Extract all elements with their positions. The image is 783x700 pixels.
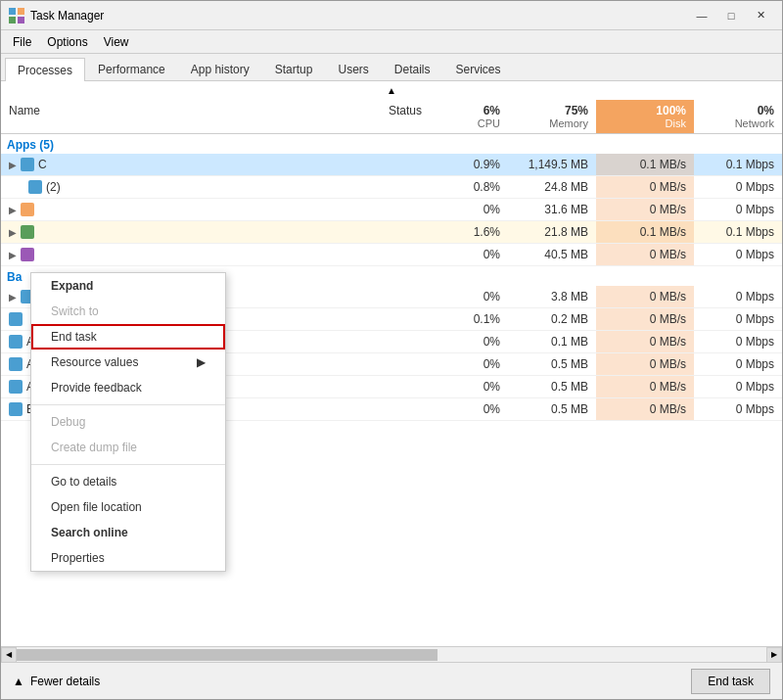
process-memory-cell: 0.1 MB: [508, 331, 596, 352]
title-bar: Task Manager — □ ✕: [1, 1, 782, 30]
table-row[interactable]: (2) 0.8% 24.8 MB 0 MB/s 0 Mbps: [1, 176, 782, 199]
process-cpu-cell: 0%: [430, 331, 508, 352]
process-network-cell: 0 Mbps: [694, 376, 782, 397]
minimize-button[interactable]: —: [688, 6, 715, 25]
ctx-properties[interactable]: Properties: [31, 545, 225, 571]
tab-app-history[interactable]: App history: [178, 57, 262, 80]
scroll-track[interactable]: [17, 647, 766, 662]
menu-bar: File Options View: [1, 30, 782, 54]
process-icon: [21, 158, 34, 171]
scroll-left-button[interactable]: ◀: [1, 647, 17, 663]
expand-icon[interactable]: ▶: [9, 227, 17, 238]
ctx-debug: Debug: [31, 409, 225, 435]
scroll-right-button[interactable]: ▶: [766, 647, 782, 663]
process-disk-cell: 0 MB/s: [596, 331, 694, 352]
process-cpu-cell: 0%: [430, 286, 508, 307]
app-icon: [9, 8, 24, 23]
expand-icon[interactable]: ▶: [9, 160, 17, 170]
process-name-cell: ▶: [1, 244, 342, 265]
svg-rect-2: [9, 17, 16, 23]
fewer-details-arrow: ▲: [13, 675, 24, 688]
ctx-separator-2: [31, 464, 225, 465]
close-button[interactable]: ✕: [747, 6, 774, 25]
submenu-arrow: ▶: [197, 355, 206, 369]
collapse-bar: ▲: [1, 81, 782, 100]
process-status-cell: [342, 376, 430, 397]
process-status-cell: [342, 308, 430, 330]
table-row[interactable]: ▶ 0% 40.5 MB 0 MB/s 0 Mbps: [1, 244, 782, 266]
process-cpu-cell: 1.6%: [430, 221, 508, 243]
process-icon: [21, 203, 34, 216]
scroll-thumb[interactable]: [17, 649, 438, 661]
process-name-cell: (2): [1, 176, 342, 198]
process-network-cell: 0 Mbps: [694, 199, 782, 220]
process-name-cell: ▶: [1, 221, 342, 243]
process-memory-cell: 0.5 MB: [508, 376, 596, 397]
process-icon: [9, 357, 23, 371]
column-headers: Name Status 6% CPU 75% Memory 100% Disk …: [1, 100, 782, 134]
ctx-resource-values[interactable]: Resource values ▶: [31, 350, 225, 375]
table-row[interactable]: ▶ C 0.9% 1,149.5 MB 0.1 MB/s 0.1 Mbps: [1, 154, 782, 176]
menu-file[interactable]: File: [5, 33, 39, 51]
collapse-arrow[interactable]: ▲: [387, 85, 396, 96]
process-status-cell: [342, 221, 430, 243]
svg-rect-3: [18, 17, 24, 23]
ctx-go-to-details[interactable]: Go to details: [31, 469, 225, 494]
process-network-cell: 0.1 Mbps: [694, 221, 782, 243]
expand-icon[interactable]: ▶: [9, 292, 17, 303]
fewer-details-label: Fewer details: [30, 675, 100, 688]
process-cpu-cell: 0%: [430, 244, 508, 265]
fewer-details-button[interactable]: ▲ Fewer details: [13, 675, 100, 688]
ctx-separator-1: [31, 404, 225, 405]
process-name-cell: ▶: [1, 199, 342, 220]
expand-icon[interactable]: ▶: [9, 250, 17, 260]
menu-options[interactable]: Options: [39, 33, 95, 51]
process-status-cell: [342, 286, 430, 307]
tab-details[interactable]: Details: [382, 57, 443, 80]
process-network-cell: 0 Mbps: [694, 308, 782, 330]
process-status-cell: [342, 199, 430, 220]
process-status-cell: [342, 176, 430, 198]
process-cpu-cell: 0%: [430, 376, 508, 397]
tab-performance[interactable]: Performance: [85, 57, 178, 80]
col-header-disk[interactable]: 100% Disk: [596, 100, 694, 133]
process-icon: [21, 248, 34, 261]
process-network-cell: 0 Mbps: [694, 286, 782, 307]
maximize-button[interactable]: □: [717, 6, 745, 25]
process-disk-cell: 0 MB/s: [596, 308, 694, 330]
menu-view[interactable]: View: [96, 33, 137, 51]
col-header-network[interactable]: 0% Network: [694, 100, 782, 133]
tab-processes[interactable]: Processes: [5, 58, 85, 81]
ctx-provide-feedback[interactable]: Provide feedback: [31, 375, 225, 400]
process-memory-cell: 1,149.5 MB: [508, 154, 596, 175]
col-header-memory[interactable]: 75% Memory: [508, 100, 596, 133]
ctx-switch-to: Switch to: [31, 299, 225, 324]
col-header-cpu[interactable]: 6% CPU: [430, 100, 508, 133]
table-row[interactable]: ▶ 0% 31.6 MB 0 MB/s 0 Mbps: [1, 199, 782, 221]
ctx-open-file-location[interactable]: Open file location: [31, 494, 225, 520]
col-header-status[interactable]: Status: [342, 100, 430, 133]
process-cpu-cell: 0.1%: [430, 308, 508, 330]
ctx-expand[interactable]: Expand: [31, 273, 225, 299]
table-row[interactable]: ▶ 1.6% 21.8 MB 0.1 MB/s 0.1 Mbps: [1, 221, 782, 244]
context-menu: Expand Switch to End task Resource value…: [30, 272, 226, 572]
process-name-cell: ▶ C: [1, 154, 342, 175]
process-disk-cell: 0 MB/s: [596, 286, 694, 307]
tab-users[interactable]: Users: [325, 57, 381, 80]
process-network-cell: 0 Mbps: [694, 244, 782, 265]
process-disk-cell: 0 MB/s: [596, 353, 694, 375]
window-controls: — □ ✕: [688, 6, 774, 25]
ctx-search-online[interactable]: Search online: [31, 520, 225, 545]
process-status-cell: [342, 398, 430, 420]
end-task-button[interactable]: End task: [691, 669, 770, 694]
task-manager-window: Task Manager — □ ✕ File Options View Pro…: [0, 0, 783, 700]
ctx-end-task[interactable]: End task: [31, 324, 225, 350]
process-memory-cell: 24.8 MB: [508, 176, 596, 198]
tab-startup[interactable]: Startup: [262, 57, 326, 80]
bottom-bar: ▲ Fewer details End task: [1, 662, 782, 699]
horizontal-scrollbar[interactable]: ◀ ▶: [1, 646, 782, 662]
col-header-name[interactable]: Name: [1, 100, 342, 133]
process-icon: [9, 402, 23, 416]
expand-icon[interactable]: ▶: [9, 205, 17, 215]
tab-services[interactable]: Services: [443, 57, 514, 80]
